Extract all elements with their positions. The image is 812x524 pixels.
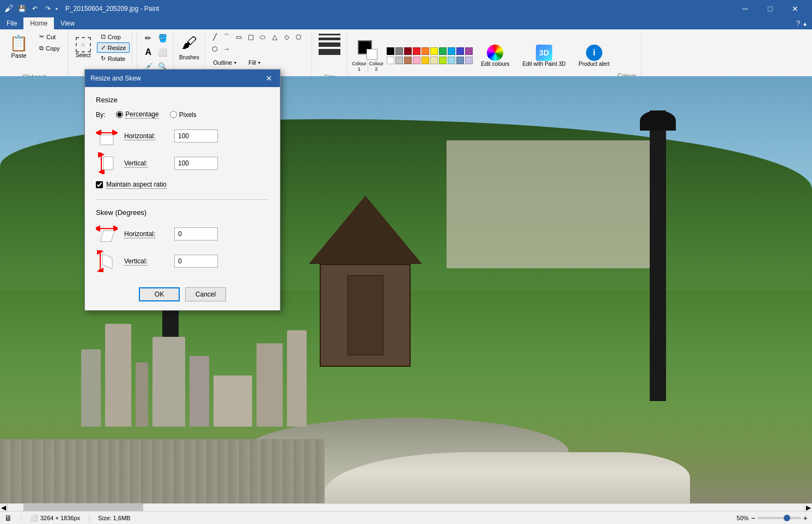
resize-title: Resize: [96, 96, 269, 104]
by-label: By:: [96, 111, 105, 119]
status-size: Size: 1,6MB: [98, 515, 130, 521]
zoom-slider[interactable]: [758, 517, 801, 519]
skew-section: Skew (Degrees): [96, 208, 269, 272]
status-left: 🖥: [4, 514, 12, 522]
statusbar: 🖥 ⬜ 3264 × 1836px Size: 1,6MB 50% − +: [0, 511, 812, 524]
resize-section: Resize By: Percentage Pixels: [96, 96, 269, 188]
status-dimensions: 3264 × 1836px: [40, 515, 80, 521]
skew-vertical-row: Vertical:: [96, 250, 269, 272]
skew-horizontal-row: Horizontal:: [96, 223, 269, 245]
pixels-option[interactable]: Pixels: [170, 111, 197, 119]
zoom-slider-thumb[interactable]: [784, 515, 790, 521]
scroll-thumb[interactable]: [23, 504, 143, 511]
dialog-title: Resize and Skew: [90, 75, 141, 82]
vertical-resize-row: Vertical:: [96, 152, 269, 174]
quick-access-undo[interactable]: ↶: [29, 3, 40, 14]
hscrollbar[interactable]: ◀ ▶: [0, 503, 812, 511]
maintain-aspect-row: Maintain aspect ratio: [96, 181, 269, 188]
maintain-aspect-label: Maintain aspect ratio: [106, 181, 167, 188]
horizontal-resize-input[interactable]: [174, 130, 218, 143]
section-divider: [96, 199, 269, 200]
status-dimensions-container: ⬜ 3264 × 1836px: [30, 514, 80, 522]
titlebar-title: P_20150604_205209.jpg - Paint: [65, 5, 159, 13]
vertical-resize-input[interactable]: [174, 157, 218, 170]
zoom-value: 50%: [737, 515, 749, 521]
status-sep-2: [89, 514, 89, 522]
quick-access-dropdown[interactable]: ▾: [56, 7, 58, 11]
ok-button[interactable]: OK: [139, 287, 180, 301]
scroll-left-button[interactable]: ◀: [0, 504, 8, 511]
titlebar-controls: ─ □ ✕: [732, 0, 808, 17]
by-row: By: Percentage Pixels: [96, 110, 269, 119]
skew-title: Skew (Degrees): [96, 208, 269, 217]
horizontal-resize-label: Horizontal:: [124, 132, 168, 140]
svg-marker-7: [102, 254, 112, 269]
percentage-label: Percentage: [125, 110, 158, 119]
dialog-content: Resize By: Percentage Pixels: [85, 87, 280, 281]
dialog-titlebar: Resize and Skew ✕: [85, 70, 280, 87]
skew-vertical-icon: [96, 250, 118, 272]
zoom-in-button[interactable]: +: [803, 514, 808, 522]
percentage-option[interactable]: Percentage: [116, 110, 158, 119]
skew-horiz-svg: [96, 223, 118, 245]
app-icon: 🖌: [4, 4, 13, 14]
dialog-overlay: Resize and Skew ✕ Resize By: Percentage: [0, 17, 812, 503]
titlebar: 🖌 💾 ↶ ↷ ▾ P_20150604_205209.jpg - Paint …: [0, 0, 812, 17]
scroll-track[interactable]: [8, 504, 804, 511]
skew-vertical-input[interactable]: [174, 255, 218, 268]
horizontal-resize-row: Horizontal:: [96, 125, 269, 147]
resize-inputs: Horizontal:: [96, 125, 269, 174]
resize-skew-dialog: Resize and Skew ✕ Resize By: Percentage: [84, 69, 280, 311]
dialog-buttons: OK Cancel: [85, 281, 280, 310]
skew-horizontal-input[interactable]: [174, 227, 218, 241]
skew-vert-svg: [96, 250, 118, 272]
cancel-button[interactable]: Cancel: [185, 287, 226, 301]
maintain-aspect-checkbox[interactable]: [96, 181, 103, 188]
vertical-resize-label: Vertical:: [124, 159, 168, 167]
status-size-container: Size: 1,6MB: [98, 515, 130, 521]
dialog-close-button[interactable]: ✕: [264, 73, 274, 84]
skew-vertical-label: Vertical:: [124, 257, 168, 265]
status-monitor-icon: 🖥: [4, 514, 12, 522]
svg-rect-1: [100, 135, 113, 145]
quick-access-redo[interactable]: ↷: [42, 3, 53, 14]
status-sep-1: [21, 514, 21, 522]
vertical-resize-icon: [96, 152, 118, 174]
canvas-icon: ⬜: [30, 514, 38, 522]
horizontal-resize-icon: [96, 125, 118, 147]
close-button[interactable]: ✕: [783, 0, 808, 17]
zoom-slider-container: − +: [751, 514, 808, 522]
minimize-button[interactable]: ─: [732, 0, 758, 17]
zoom-out-button[interactable]: −: [751, 514, 755, 522]
zoom-control: 50% − +: [737, 514, 808, 522]
svg-rect-3: [103, 157, 113, 170]
svg-marker-5: [100, 231, 114, 242]
titlebar-left: 🖌 💾 ↶ ↷ ▾ P_20150604_205209.jpg - Paint: [4, 3, 159, 14]
vertical-icon-svg: [96, 152, 118, 174]
horizontal-icon-svg: [96, 126, 118, 146]
pixels-label: Pixels: [179, 111, 197, 119]
maximize-button[interactable]: □: [758, 0, 783, 17]
skew-horizontal-label: Horizontal:: [124, 230, 168, 238]
scroll-right-button[interactable]: ▶: [804, 504, 812, 511]
quick-access-save[interactable]: 💾: [16, 3, 27, 14]
skew-inputs: Horizontal:: [96, 223, 269, 272]
skew-horizontal-icon: [96, 223, 118, 245]
